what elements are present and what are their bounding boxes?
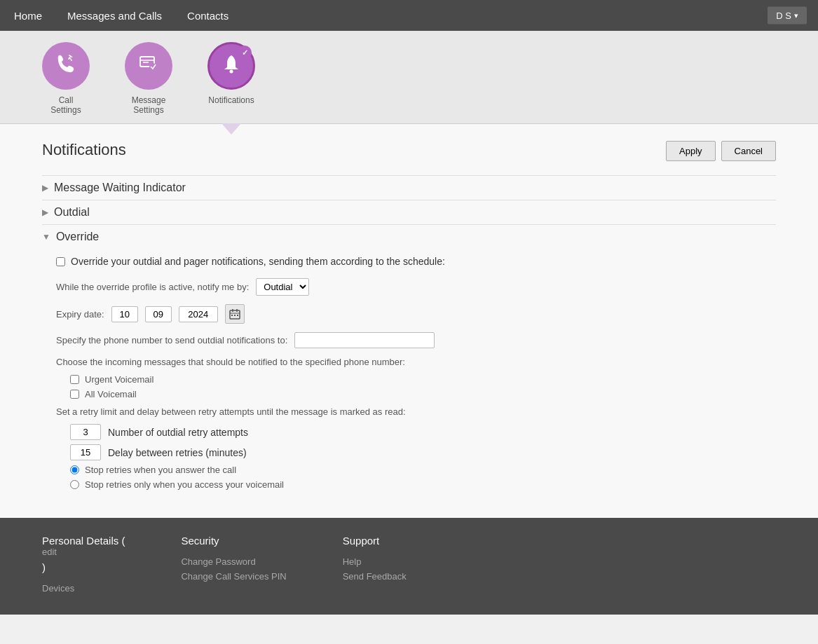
main-content: Notifications Apply Cancel ▶ Message Wai… <box>0 124 818 518</box>
step-label-notifications-text: Notifications <box>208 95 254 105</box>
section-title-outdial: Outdial <box>54 206 90 219</box>
expiry-date-row: Expiry date: <box>56 304 776 324</box>
override-checkbox[interactable] <box>56 257 65 266</box>
step-label-call-settings: CallSettings <box>50 95 81 115</box>
expiry-year-input[interactable] <box>179 306 218 322</box>
footer-help-link[interactable]: Help <box>343 556 407 567</box>
section-arrow-mwi: ▶ <box>42 183 48 193</box>
message-settings-icon <box>137 53 160 80</box>
section-outdial[interactable]: ▶ Outdial <box>42 200 776 224</box>
incoming-messages-label: Choose the incoming messages that should… <box>56 357 776 367</box>
footer-send-feedback-link[interactable]: Send Feedback <box>343 571 407 582</box>
footer-support-title: Support <box>343 535 407 547</box>
all-voicemail-checkbox[interactable] <box>70 390 79 399</box>
phone-number-label: Specify the phone number to send outdial… <box>56 335 287 345</box>
retry-delay-row: Delay between retries (minutes) <box>70 444 776 460</box>
urgent-voicemail-checkbox[interactable] <box>70 375 79 384</box>
expiry-day-input[interactable] <box>111 306 138 322</box>
footer: Personal Details (edit) Devices Security… <box>0 518 818 615</box>
footer-change-call-services-pin[interactable]: Change Call Services PIN <box>181 571 286 582</box>
all-voicemail-label: All Voicemail <box>85 389 137 399</box>
step-circle-call-settings <box>42 42 90 90</box>
override-checkbox-label: Override your outdial and pager notifica… <box>71 256 445 267</box>
svg-point-4 <box>230 69 233 73</box>
cancel-button[interactable]: Cancel <box>721 141 776 161</box>
section-message-waiting-indicator[interactable]: ▶ Message Waiting Indicator <box>42 175 776 200</box>
footer-devices-link[interactable]: Devices <box>42 583 125 594</box>
user-menu-button[interactable]: D S <box>768 7 807 25</box>
stop-answer-radio[interactable] <box>70 465 79 474</box>
svg-rect-9 <box>231 315 233 316</box>
override-content: Override your outdial and pager notifica… <box>42 249 776 501</box>
footer-change-password[interactable]: Change Password <box>181 556 286 567</box>
step-checkmark-notifications: ✓ <box>238 46 252 60</box>
footer-support: Support Help Send Feedback <box>343 535 407 598</box>
stop-voicemail-label: Stop retries only when you access your v… <box>85 479 284 490</box>
retry-section-label: Set a retry limit and delay between retr… <box>56 406 776 417</box>
footer-security: Security Change Password Change Call Ser… <box>181 535 286 598</box>
expiry-date-label: Expiry date: <box>56 309 104 320</box>
footer-security-title: Security <box>181 535 286 547</box>
retry-count-label: Number of outdial retry attempts <box>108 427 248 438</box>
retry-count-row: Number of outdial retry attempts <box>70 424 776 440</box>
stop-voicemail-radio[interactable] <box>70 480 79 489</box>
wizard-bar: CallSettings MessageSettings <box>0 31 818 124</box>
wizard-step-notifications[interactable]: ✓ notifications Notifications <box>207 42 255 123</box>
retry-delay-input[interactable] <box>70 444 101 460</box>
override-checkbox-row: Override your outdial and pager notifica… <box>56 256 776 267</box>
stop-answer-row: Stop retries when you answer the call <box>70 465 776 475</box>
wizard-steps: CallSettings MessageSettings <box>42 42 255 123</box>
phone-number-row: Specify the phone number to send outdial… <box>56 332 776 348</box>
notify-by-row: While the override profile is active, no… <box>56 278 776 296</box>
expiry-month-input[interactable] <box>145 306 172 322</box>
svg-rect-11 <box>237 315 238 316</box>
nav-messages-and-calls[interactable]: Messages and Calls <box>64 1 165 30</box>
all-voicemail-row: All Voicemail <box>70 389 776 399</box>
section-override[interactable]: ▼ Override <box>42 224 776 249</box>
wizard-step-call-settings[interactable]: CallSettings <box>42 42 90 123</box>
notify-by-label: While the override profile is active, no… <box>56 282 249 292</box>
calendar-icon[interactable] <box>225 304 245 324</box>
action-buttons: Apply Cancel <box>666 141 776 161</box>
step-circle-message-settings <box>125 42 172 90</box>
section-title-mwi: Message Waiting Indicator <box>54 181 186 194</box>
section-arrow-outdial: ▶ <box>42 207 48 217</box>
page-header: Notifications Apply Cancel <box>42 141 776 161</box>
urgent-voicemail-row: Urgent Voicemail <box>70 374 776 385</box>
nav-home[interactable]: Home <box>11 1 45 30</box>
footer-personal-details: Personal Details (edit) Devices <box>42 535 125 598</box>
phone-number-input[interactable] <box>294 332 435 348</box>
page-title: Notifications <box>42 141 126 159</box>
urgent-voicemail-label: Urgent Voicemail <box>85 374 154 385</box>
footer-personal-details-title: Personal Details (edit) <box>42 535 125 573</box>
step-circle-notifications: ✓ <box>207 42 255 90</box>
nav-contacts[interactable]: Contacts <box>184 1 231 30</box>
wizard-step-message-settings[interactable]: MessageSettings <box>125 42 172 123</box>
notify-by-select[interactable]: Outdial Pager None <box>256 278 309 296</box>
apply-button[interactable]: Apply <box>666 141 716 161</box>
stop-answer-label: Stop retries when you answer the call <box>85 465 236 475</box>
call-settings-icon <box>55 53 77 80</box>
section-arrow-override: ▼ <box>42 232 50 242</box>
step-label-message-settings: MessageSettings <box>132 95 166 115</box>
section-title-override: Override <box>56 231 99 243</box>
top-navigation: Home Messages and Calls Contacts D S <box>0 0 818 31</box>
retry-count-input[interactable] <box>70 424 101 440</box>
stop-voicemail-row: Stop retries only when you access your v… <box>70 479 776 490</box>
footer-personal-details-edit[interactable]: edit <box>42 547 125 557</box>
svg-rect-10 <box>234 315 236 316</box>
retry-delay-label: Delay between retries (minutes) <box>108 447 247 458</box>
